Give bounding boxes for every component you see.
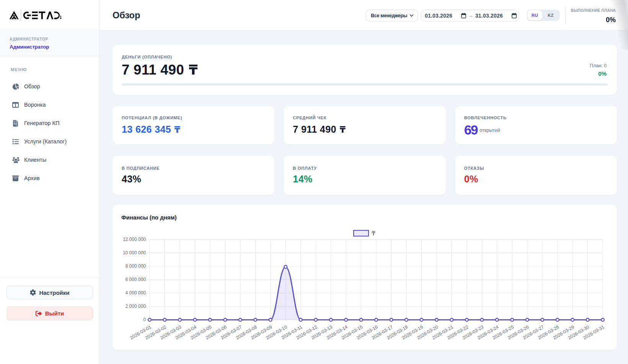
- svg-text:12 000 000: 12 000 000: [123, 237, 146, 242]
- svg-text:4 000 000: 4 000 000: [126, 290, 146, 296]
- svg-text:6 000 000: 6 000 000: [126, 277, 146, 282]
- svg-text:8 000 000: 8 000 000: [126, 263, 146, 269]
- svg-text:10 000 000: 10 000 000: [123, 250, 146, 255]
- svg-text:0: 0: [143, 317, 146, 322]
- svg-text:2 000 000: 2 000 000: [126, 304, 146, 309]
